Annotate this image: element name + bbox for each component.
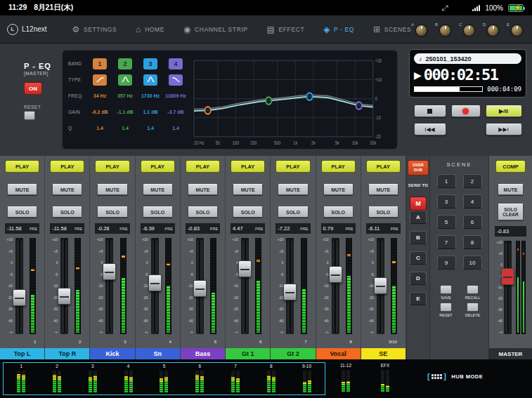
nav-item[interactable]: ⊞ SCENES xyxy=(373,25,411,34)
pre-badge[interactable]: PRE xyxy=(300,227,308,231)
fader-track[interactable] xyxy=(241,238,249,334)
solo-button[interactable]: SOLO xyxy=(188,206,218,218)
overdub-button[interactable]: OVER DUB xyxy=(408,160,429,175)
send-bus-button[interactable]: C xyxy=(410,251,427,265)
scene-number-button[interactable]: 9 xyxy=(437,256,456,270)
pre-badge[interactable]: PRE xyxy=(74,227,82,231)
play-button[interactable]: PLAY xyxy=(50,160,84,173)
channel-name-tab[interactable]: Sn xyxy=(136,348,180,359)
pre-badge[interactable]: PRE xyxy=(30,227,37,231)
eq-on-button[interactable]: ON xyxy=(24,82,42,95)
solo-button[interactable]: SOLO xyxy=(52,206,82,218)
solo-button[interactable]: SOLO xyxy=(143,206,173,218)
eq-graph[interactable]: 20 Hz501002005001k2k5k10k20k+20+100-10-2… xyxy=(191,55,391,145)
scene-number-button[interactable]: 7 xyxy=(437,235,456,249)
channel-name-tab[interactable]: Gt 1 xyxy=(226,348,270,359)
mute-button[interactable]: MUTE xyxy=(278,184,308,195)
send-bus-button[interactable]: E xyxy=(410,292,427,305)
output-level-knob[interactable] xyxy=(440,25,450,36)
mute-button[interactable]: MUTE xyxy=(233,184,263,195)
pre-badge[interactable]: PRE xyxy=(345,227,353,231)
band-gain-value[interactable]: -6.2 dB xyxy=(91,104,108,120)
scene-number-button[interactable]: 4 xyxy=(463,194,482,208)
channel-name-tab[interactable]: Gt 2 xyxy=(271,348,315,359)
scene-number-button[interactable]: 3 xyxy=(437,194,456,208)
band-q-value[interactable]: 1.4 xyxy=(122,120,129,136)
mute-button[interactable]: MUTE xyxy=(188,184,218,195)
band-type-button[interactable] xyxy=(169,74,183,86)
fader-track[interactable] xyxy=(332,238,339,334)
rewind-button[interactable]: I◀◀ xyxy=(414,124,446,135)
band-frequency-value[interactable]: 357 Hz xyxy=(117,88,133,104)
play-pause-button[interactable]: ▶/II xyxy=(486,105,522,117)
band-gain-value[interactable]: -1.1 dB xyxy=(117,104,133,120)
nav-item[interactable]: ◈ P - EQ xyxy=(323,25,354,34)
mute-button[interactable]: MUTE xyxy=(368,184,398,195)
band-select-button[interactable]: 1 xyxy=(93,58,107,69)
solo-button[interactable]: SOLO xyxy=(278,206,308,218)
play-button[interactable]: PLAY xyxy=(141,160,175,173)
scene-number-button[interactable]: 1 xyxy=(437,174,456,188)
play-button[interactable]: PLAY xyxy=(275,160,310,173)
band-type-button[interactable] xyxy=(118,74,132,86)
channel-name-tab[interactable]: Kick xyxy=(90,348,134,359)
channel-meter-box[interactable]: 1 2 3 xyxy=(3,362,325,395)
fader-handle[interactable] xyxy=(58,288,71,305)
fast-forward-button[interactable]: ▶▶I xyxy=(486,124,522,135)
recording-file-name[interactable]: ♪ 250101_153420 xyxy=(414,53,521,64)
scene-action-button[interactable] xyxy=(467,285,479,294)
play-button[interactable]: PLAY xyxy=(95,160,129,173)
pre-badge[interactable]: PRE xyxy=(391,227,398,231)
band-q-value[interactable]: 1.4 xyxy=(172,120,179,136)
band-gain-value[interactable]: 1.1 dB xyxy=(143,104,157,120)
fader-handle[interactable] xyxy=(329,266,342,283)
play-button[interactable]: PLAY xyxy=(366,160,401,173)
send-bus-button[interactable]: D xyxy=(410,272,427,285)
fader-handle[interactable] xyxy=(374,277,387,294)
mute-button[interactable]: MUTE xyxy=(52,184,82,195)
band-type-button[interactable] xyxy=(93,74,107,86)
mute-button[interactable]: MUTE xyxy=(323,184,353,195)
pre-badge[interactable]: PRE xyxy=(119,227,127,231)
nav-item[interactable]: ⚙ SETTINGS xyxy=(72,25,117,34)
band-frequency-value[interactable]: 11609 Hz xyxy=(165,88,186,104)
master-label-tab[interactable]: MASTER xyxy=(489,348,532,359)
master-fader-track[interactable] xyxy=(504,241,512,334)
app-logo[interactable]: L L12next xyxy=(0,24,54,35)
nav-item[interactable]: ◉ CHANNEL STRIP xyxy=(183,25,248,34)
play-button[interactable]: PLAY xyxy=(231,160,265,173)
scene-number-button[interactable]: 6 xyxy=(463,215,482,229)
band-type-button[interactable] xyxy=(143,74,157,86)
eq-reset-button[interactable] xyxy=(24,111,35,120)
nav-item[interactable]: ▤ EFFECT xyxy=(267,25,305,34)
fader-track[interactable] xyxy=(60,238,68,334)
band-frequency-value[interactable]: 1730 Hz xyxy=(141,88,160,104)
mute-button[interactable]: MUTE xyxy=(143,184,173,195)
scene-number-button[interactable]: 8 xyxy=(463,235,482,249)
solo-button[interactable]: SOLO xyxy=(323,206,353,218)
fader-handle[interactable] xyxy=(103,263,116,280)
band-select-button[interactable]: 2 xyxy=(118,58,132,69)
fader-handle[interactable] xyxy=(193,280,207,297)
output-level-knob[interactable] xyxy=(488,25,498,36)
pre-badge[interactable]: PRE xyxy=(165,227,173,231)
scene-action-button[interactable] xyxy=(467,303,479,312)
play-button[interactable]: PLAY xyxy=(321,160,356,173)
scene-number-button[interactable]: 5 xyxy=(437,215,456,229)
scene-number-button[interactable]: 10 xyxy=(463,256,482,270)
output-level-knob[interactable] xyxy=(512,25,522,36)
band-gain-value[interactable]: -3.7 dB xyxy=(167,104,183,120)
solo-button[interactable]: SOLO xyxy=(368,206,398,218)
fader-track[interactable] xyxy=(15,238,23,334)
mute-button[interactable]: MUTE xyxy=(97,184,127,195)
pre-badge[interactable]: PRE xyxy=(255,227,263,231)
play-button[interactable]: PLAY xyxy=(5,160,39,173)
hub-mode-indicator[interactable]: [ ] HUB MODE xyxy=(427,373,483,380)
band-q-value[interactable]: 1.4 xyxy=(96,120,103,136)
master-mute-button[interactable]: MUTE xyxy=(498,184,524,195)
output-level-knob[interactable] xyxy=(416,25,427,36)
band-select-button[interactable]: 3 xyxy=(143,58,157,69)
channel-name-tab[interactable]: SE xyxy=(361,348,406,359)
scene-number-button[interactable]: 2 xyxy=(463,174,482,188)
fader-track[interactable] xyxy=(105,238,113,334)
